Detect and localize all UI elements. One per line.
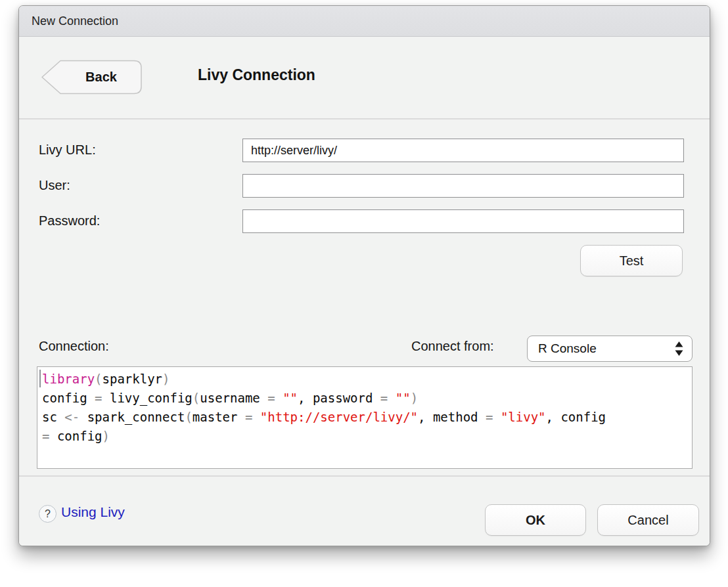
livy-url-input[interactable] — [242, 139, 684, 162]
back-button-label: Back — [62, 60, 140, 95]
help-icon[interactable]: ? — [39, 505, 57, 523]
code-line: config = livy_config(username = "", pass… — [42, 389, 689, 408]
code-line: library(sparklyr) — [42, 370, 689, 389]
code-preview-content: library(sparklyr)config = livy_config(us… — [42, 370, 689, 446]
code-line: = config) — [42, 427, 689, 446]
password-label: Password: — [39, 213, 100, 228]
connect-from-select[interactable]: R Console — [527, 336, 693, 362]
ok-button[interactable]: OK — [485, 504, 586, 536]
back-button[interactable]: Back — [40, 60, 143, 95]
new-connection-dialog: New Connection Back Livy Connection Livy… — [18, 5, 710, 546]
screen: New Connection Back Livy Connection Livy… — [0, 0, 728, 587]
password-input[interactable] — [242, 209, 684, 233]
dialog-header: Back Livy Connection — [19, 37, 710, 120]
user-input[interactable] — [242, 174, 684, 198]
dialog-title: New Connection — [32, 6, 118, 37]
text-caret — [39, 370, 41, 387]
dialog-titlebar[interactable]: New Connection — [19, 6, 710, 37]
connection-label: Connection: — [39, 339, 109, 354]
livy-url-label: Livy URL: — [39, 142, 96, 158]
page-title: Livy Connection — [198, 66, 315, 84]
code-line: sc <- spark_connect(master = "http://ser… — [42, 408, 689, 427]
dropdown-arrows-icon — [675, 341, 683, 356]
test-button[interactable]: Test — [580, 245, 683, 276]
dialog-footer: ? Using Livy OK Cancel — [19, 475, 710, 546]
using-livy-link[interactable]: Using Livy — [61, 504, 125, 520]
connect-from-selected-value: R Console — [538, 336, 597, 360]
code-preview[interactable]: library(sparklyr)config = livy_config(us… — [37, 366, 693, 469]
cancel-button[interactable]: Cancel — [597, 504, 699, 536]
connect-from-label: Connect from: — [411, 339, 494, 354]
user-label: User: — [39, 178, 70, 193]
